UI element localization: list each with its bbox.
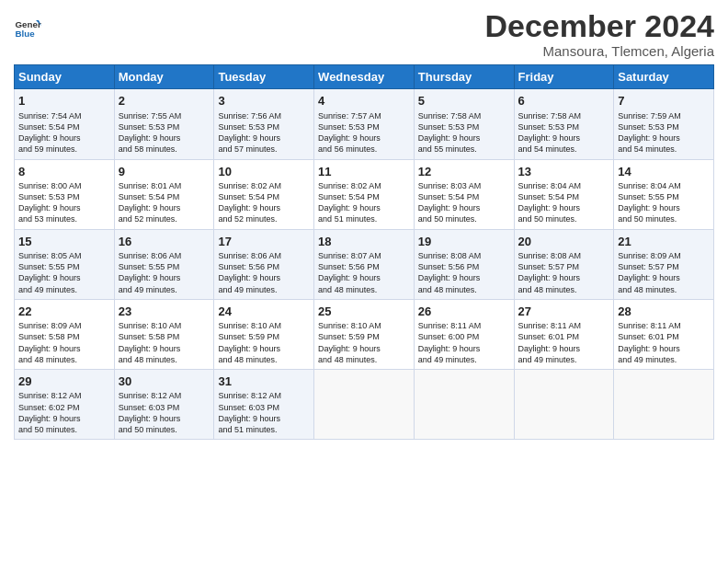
day-number: 18 (318, 234, 410, 250)
cell-info-line: Sunrise: 8:09 AM (618, 250, 710, 261)
day-number: 26 (418, 304, 510, 320)
cell-info-line: Daylight: 9 hours (518, 202, 610, 213)
cell-info-line: Sunset: 5:56 PM (218, 261, 310, 272)
calendar-cell (314, 369, 415, 439)
cell-info-line: Sunset: 5:54 PM (418, 191, 510, 202)
day-number: 30 (119, 373, 210, 390)
calendar-cell (414, 369, 514, 439)
cell-info-line: Sunset: 5:53 PM (18, 191, 110, 202)
cell-info-line: Sunrise: 8:10 AM (218, 320, 310, 331)
day-number: 7 (618, 93, 710, 109)
calendar-cell: 6Sunrise: 7:58 AMSunset: 5:53 PMDaylight… (514, 89, 614, 159)
cell-info-line: Sunrise: 8:03 AM (418, 180, 510, 191)
cell-info-line: Sunrise: 8:11 AM (418, 320, 510, 331)
cell-info-line: Sunset: 5:55 PM (618, 191, 710, 202)
day-number: 5 (418, 93, 510, 109)
cell-info-line: Sunrise: 8:04 AM (618, 180, 710, 191)
cell-info-line: Sunrise: 8:10 AM (119, 320, 210, 331)
cell-info-line: and 56 minutes. (318, 144, 410, 155)
cell-info-line: Sunrise: 8:02 AM (318, 180, 410, 191)
calendar-cell: 13Sunrise: 8:04 AMSunset: 5:54 PMDayligh… (514, 159, 614, 229)
calendar-cell: 12Sunrise: 8:03 AMSunset: 5:54 PMDayligh… (414, 159, 514, 229)
cell-info-line: Sunset: 5:55 PM (119, 261, 210, 272)
calendar-cell: 2Sunrise: 7:55 AMSunset: 5:53 PMDaylight… (114, 89, 214, 159)
cell-info-line: Sunrise: 8:12 AM (18, 390, 110, 401)
cell-info-line: and 48 minutes. (618, 284, 710, 295)
calendar-cell: 14Sunrise: 8:04 AMSunset: 5:55 PMDayligh… (614, 159, 714, 229)
cell-info-line: Daylight: 9 hours (618, 343, 710, 354)
cell-info-line: Sunrise: 8:08 AM (418, 250, 510, 261)
day-number: 6 (518, 93, 610, 109)
cell-info-line: Sunset: 5:54 PM (18, 121, 110, 132)
week-row-2: 8Sunrise: 8:00 AMSunset: 5:53 PMDaylight… (15, 159, 714, 229)
cell-info-line: and 48 minutes. (218, 354, 310, 365)
calendar-cell: 24Sunrise: 8:10 AMSunset: 5:59 PMDayligh… (214, 299, 314, 369)
calendar-cell: 29Sunrise: 8:12 AMSunset: 6:02 PMDayligh… (15, 369, 115, 439)
calendar-cell: 5Sunrise: 7:58 AMSunset: 5:53 PMDaylight… (414, 89, 514, 159)
cell-info-line: and 48 minutes. (318, 354, 410, 365)
cell-info-line: Daylight: 9 hours (318, 343, 410, 354)
cell-info-line: Daylight: 9 hours (18, 413, 110, 424)
day-number: 17 (218, 234, 310, 250)
cell-info-line: and 50 minutes. (119, 424, 210, 435)
cell-info-line: Sunset: 5:57 PM (618, 261, 710, 272)
cell-info-line: Daylight: 9 hours (318, 132, 410, 144)
cell-info-line: Daylight: 9 hours (318, 202, 410, 213)
calendar-cell: 7Sunrise: 7:59 AMSunset: 5:53 PMDaylight… (614, 89, 714, 159)
cell-info-line: Sunset: 6:03 PM (119, 402, 210, 413)
cell-info-line: Sunset: 6:03 PM (218, 402, 310, 413)
cell-info-line: Daylight: 9 hours (518, 272, 610, 283)
calendar-table: SundayMondayTuesdayWednesdayThursdayFrid… (14, 64, 714, 440)
day-number: 20 (518, 234, 610, 250)
header: General Blue December 2024 Mansoura, Tle… (14, 9, 714, 59)
calendar-cell: 10Sunrise: 8:02 AMSunset: 5:54 PMDayligh… (214, 159, 314, 229)
calendar-cell: 19Sunrise: 8:08 AMSunset: 5:56 PMDayligh… (414, 229, 514, 299)
cell-info-line: and 49 minutes. (418, 354, 510, 365)
cell-info-line: Daylight: 9 hours (218, 202, 310, 213)
header-row: SundayMondayTuesdayWednesdayThursdayFrid… (15, 65, 714, 89)
cell-info-line: Sunset: 5:59 PM (218, 331, 310, 342)
cell-info-line: Daylight: 9 hours (518, 343, 610, 354)
cell-info-line: Sunrise: 8:08 AM (518, 250, 610, 261)
calendar-cell: 17Sunrise: 8:06 AMSunset: 5:56 PMDayligh… (214, 229, 314, 299)
cell-info-line: Sunrise: 7:59 AM (618, 110, 710, 121)
cell-info-line: Sunrise: 8:12 AM (218, 390, 310, 401)
cell-info-line: Daylight: 9 hours (18, 132, 110, 144)
day-number: 31 (218, 373, 310, 390)
calendar-cell: 9Sunrise: 8:01 AMSunset: 5:54 PMDaylight… (114, 159, 214, 229)
calendar-cell: 25Sunrise: 8:10 AMSunset: 5:59 PMDayligh… (314, 299, 415, 369)
calendar-cell: 23Sunrise: 8:10 AMSunset: 5:58 PMDayligh… (114, 299, 214, 369)
cell-info-line: Sunset: 6:02 PM (18, 402, 110, 413)
day-number: 19 (418, 234, 510, 250)
cell-info-line: and 54 minutes. (618, 144, 710, 155)
cell-info-line: and 57 minutes. (218, 144, 310, 155)
cell-info-line: Sunrise: 8:05 AM (18, 250, 110, 261)
logo-icon: General Blue (14, 15, 41, 42)
cell-info-line: and 50 minutes. (18, 424, 110, 435)
day-number: 24 (218, 304, 310, 320)
cell-info-line: and 50 minutes. (518, 213, 610, 224)
day-number: 8 (18, 164, 110, 180)
cell-info-line: Sunset: 5:53 PM (418, 121, 510, 132)
cell-info-line: Sunset: 6:01 PM (618, 331, 710, 342)
calendar-cell: 21Sunrise: 8:09 AMSunset: 5:57 PMDayligh… (614, 229, 714, 299)
cell-info-line: and 48 minutes. (119, 354, 210, 365)
cell-info-line: Sunset: 6:01 PM (518, 331, 610, 342)
calendar-cell (614, 369, 714, 439)
cell-info-line: Daylight: 9 hours (318, 272, 410, 283)
location-subtitle: Mansoura, Tlemcen, Algeria (484, 43, 714, 59)
cell-info-line: Daylight: 9 hours (119, 132, 210, 144)
day-number: 11 (318, 164, 410, 180)
week-row-3: 15Sunrise: 8:05 AMSunset: 5:55 PMDayligh… (15, 229, 714, 299)
cell-info-line: and 50 minutes. (418, 213, 510, 224)
cell-info-line: Sunset: 5:57 PM (518, 261, 610, 272)
cell-info-line: and 50 minutes. (618, 213, 710, 224)
cell-info-line: Sunset: 5:56 PM (418, 261, 510, 272)
day-number: 27 (518, 304, 610, 320)
cell-info-line: Daylight: 9 hours (119, 272, 210, 283)
cell-info-line: Sunset: 5:53 PM (518, 121, 610, 132)
calendar-cell: 31Sunrise: 8:12 AMSunset: 6:03 PMDayligh… (214, 369, 314, 439)
calendar-cell: 26Sunrise: 8:11 AMSunset: 6:00 PMDayligh… (414, 299, 514, 369)
col-header-thursday: Thursday (414, 65, 514, 89)
calendar-cell: 22Sunrise: 8:09 AMSunset: 5:58 PMDayligh… (15, 299, 115, 369)
